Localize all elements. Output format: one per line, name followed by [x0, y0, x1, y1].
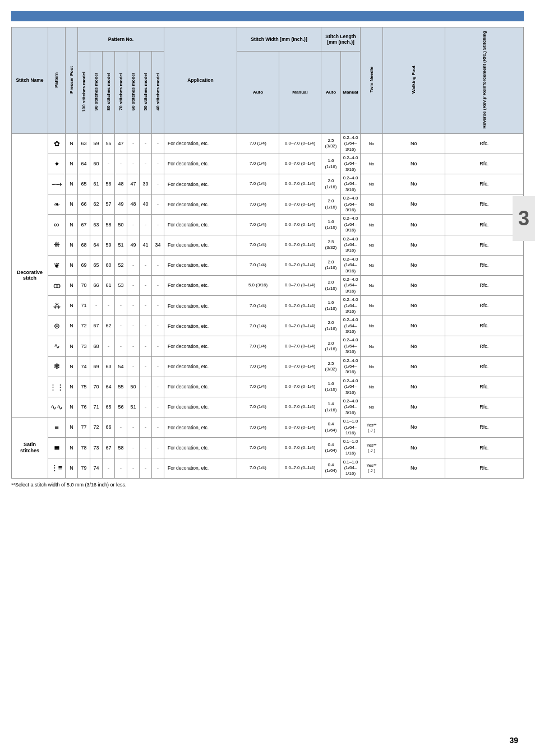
pattern-number: -	[90, 296, 103, 316]
pattern-number: 52	[115, 255, 127, 275]
th-90: 90 stitches model	[90, 51, 103, 133]
stitch-length-auto: 1.6 (1/16)	[321, 154, 341, 174]
pattern-number: 61	[103, 275, 115, 295]
pattern-number: -	[140, 215, 152, 235]
pattern-icon: ⊛	[48, 316, 66, 336]
stitch-length-manual: 0.2–4.0 (1/64–3/16)	[341, 377, 361, 397]
pattern-number: 59	[103, 235, 115, 255]
stitch-length-manual: 0.1–1.0 (1/64–1/16)	[341, 438, 361, 458]
application-cell: For decoration, etc.	[164, 133, 237, 154]
pattern-icon: ꝏ	[48, 275, 66, 295]
stitch-width-manual: 0.0–7.0 (0–1/4)	[279, 194, 321, 215]
twin-needle-value: No	[361, 174, 383, 194]
table-row: ⋮⋮N7570645550--For decoration, etc.7.0 (…	[12, 377, 524, 397]
application-cell: For decoration, etc.	[164, 174, 237, 194]
pattern-number: 71	[90, 397, 103, 417]
pattern-icon: ✦	[48, 154, 66, 174]
walking-foot-value: No	[383, 215, 445, 235]
pattern-number: -	[127, 458, 140, 478]
reverse-value: Rfc.	[445, 336, 523, 356]
pattern-number: 51	[127, 397, 140, 417]
pattern-number: 66	[78, 194, 90, 215]
th-stitch-name: Stitch Name	[12, 27, 48, 134]
twin-needle-value: No	[361, 133, 383, 154]
pattern-number: 74	[78, 356, 90, 377]
stitch-width-manual: 0.0–7.0 (0–1/4)	[279, 418, 321, 438]
stitch-width-manual: 0.0–7.0 (0–1/4)	[279, 438, 321, 458]
th-pattern: Pattern	[48, 27, 66, 134]
reverse-value: Rfc.	[445, 215, 523, 235]
pattern-number: -	[152, 316, 164, 336]
stitch-width-auto: 7.0 (1/4)	[237, 174, 279, 194]
stitch-length-auto: 2.0 (1/16)	[321, 275, 341, 295]
application-cell: For decoration, etc.	[164, 336, 237, 356]
pattern-number: 71	[78, 296, 90, 316]
walking-foot-value: No	[383, 255, 445, 275]
reverse-value: Rfc.	[445, 133, 523, 154]
th-stitch-width-group: Stitch Width [mm (inch.)]	[237, 27, 321, 52]
pattern-number: 73	[78, 336, 90, 356]
twin-needle-value: Yes** ( J )	[361, 438, 383, 458]
pattern-number: 64	[90, 235, 103, 255]
reverse-value: Rfc.	[445, 438, 523, 458]
stitch-length-manual: 0.2–4.0 (1/64–3/16)	[341, 133, 361, 154]
application-cell: For decoration, etc.	[164, 438, 237, 458]
presser-foot-value: N	[66, 154, 78, 174]
stitch-table: Stitch Name Pattern Presser Foot Pattern…	[11, 27, 524, 479]
reverse-value: Rfc.	[445, 356, 523, 377]
stitch-width-auto: 7.0 (1/4)	[237, 215, 279, 235]
pattern-number: 78	[78, 438, 90, 458]
pattern-icon: ❧	[48, 194, 66, 215]
th-twin-needle: Twin Needle	[361, 27, 383, 134]
pattern-number: 48	[127, 194, 140, 215]
th-sl-manual: Manual	[341, 51, 361, 133]
reverse-value: Rfc.	[445, 235, 523, 255]
table-row: Satin stitches≡N777266----For decoration…	[12, 418, 524, 438]
stitch-width-auto: 7.0 (1/4)	[237, 397, 279, 417]
header-row-top: Stitch Name Pattern Presser Foot Pattern…	[12, 27, 524, 52]
presser-foot-value: N	[66, 133, 78, 154]
pattern-icon: ∿∿	[48, 397, 66, 417]
reverse-value: Rfc.	[445, 316, 523, 336]
walking-foot-value: No	[383, 235, 445, 255]
stitch-length-manual: 0.2–4.0 (1/64–3/16)	[341, 194, 361, 215]
stitch-length-auto: 2.0 (1/16)	[321, 194, 341, 215]
application-cell: For decoration, etc.	[164, 255, 237, 275]
table-row: ∿∿N7671655651--For decoration, etc.7.0 (…	[12, 397, 524, 417]
pattern-icon: ⟿	[48, 174, 66, 194]
pattern-number: 63	[90, 215, 103, 235]
table-row: ∞N67635850---For decoration, etc.7.0 (1/…	[12, 215, 524, 235]
pattern-number: 66	[90, 275, 103, 295]
stitch-width-manual: 0.0–7.0 (0–1/4)	[279, 397, 321, 417]
table-row: Decorative stitch✿N63595547---For decora…	[12, 133, 524, 154]
twin-needle-value: No	[361, 296, 383, 316]
stitch-width-auto: 7.0 (1/4)	[237, 316, 279, 336]
presser-foot-value: N	[66, 235, 78, 255]
twin-needle-value: Yes** ( J )	[361, 458, 383, 478]
pattern-number: 60	[103, 255, 115, 275]
table-body: Decorative stitch✿N63595547---For decora…	[12, 133, 524, 478]
pattern-number: 49	[115, 194, 127, 215]
table-row: ✦N6460-----For decoration, etc.7.0 (1/4)…	[12, 154, 524, 174]
th-40: 40 stitches model	[152, 51, 164, 133]
pattern-icon: ∞	[48, 215, 66, 235]
pattern-number: -	[140, 438, 152, 458]
pattern-number: 47	[115, 133, 127, 154]
pattern-number: -	[152, 275, 164, 295]
pattern-number: 41	[140, 235, 152, 255]
walking-foot-value: No	[383, 316, 445, 336]
stitch-length-auto: 1.6 (1/16)	[321, 296, 341, 316]
pattern-number: 65	[78, 174, 90, 194]
pattern-number: -	[152, 438, 164, 458]
pattern-number: 66	[103, 418, 115, 438]
pattern-number: -	[140, 275, 152, 295]
stitch-length-auto: 1.6 (1/16)	[321, 215, 341, 235]
stitch-width-auto: 7.0 (1/4)	[237, 296, 279, 316]
pattern-number: -	[103, 296, 115, 316]
pattern-number: 50	[115, 215, 127, 235]
pattern-number: 34	[152, 235, 164, 255]
pattern-number: -	[152, 418, 164, 438]
pattern-number: -	[140, 418, 152, 438]
pattern-number: 62	[90, 194, 103, 215]
pattern-number: -	[115, 316, 127, 336]
